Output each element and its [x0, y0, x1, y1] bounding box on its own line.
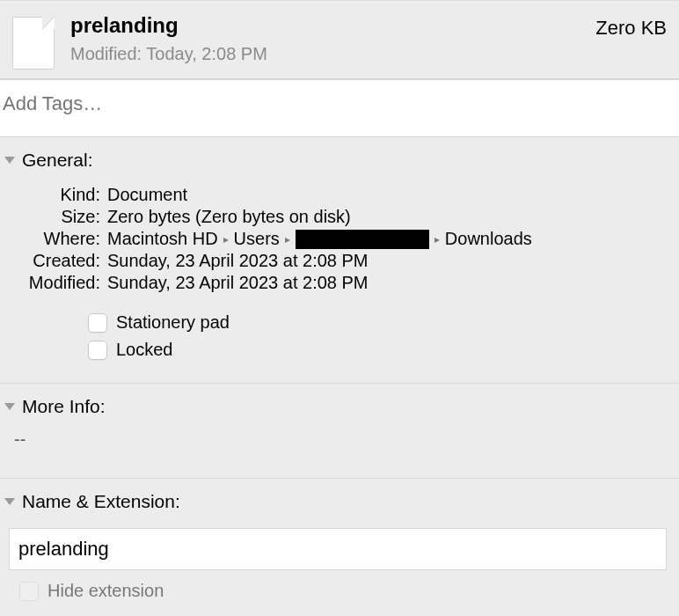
section-general-header[interactable]: General: [4, 146, 675, 174]
more-info-content: -- [4, 421, 675, 467]
modified-value: Sunday, 23 April 2023 at 2:08 PM [107, 273, 369, 293]
section-more-info-header[interactable]: More Info: [4, 392, 675, 421]
document-icon [12, 17, 55, 70]
path-separator-icon: ▸ [280, 233, 296, 246]
file-title: prelanding [70, 13, 667, 39]
path-seg-redacted [296, 230, 429, 249]
file-modified-line: Modified: Today, 2:08 PM [70, 44, 667, 64]
section-general: General: Kind: Document Size: Zero bytes… [0, 137, 679, 384]
kind-value: Document [107, 185, 187, 205]
chevron-down-icon [4, 403, 15, 410]
locked-label: Locked [116, 340, 173, 360]
tags-input[interactable] [0, 79, 679, 137]
row-size: Size: Zero bytes (Zero bytes on disk) [4, 207, 675, 227]
section-more-info: More Info: -- [0, 384, 679, 479]
section-name-extension: Name & Extension: Hide extension [0, 479, 679, 616]
row-kind: Kind: Document [4, 185, 675, 205]
path-seg-0: Macintosh HD [107, 229, 218, 249]
general-body: Kind: Document Size: Zero bytes (Zero by… [4, 174, 675, 372]
hide-extension-label: Hide extension [47, 581, 164, 601]
kind-label: Kind: [4, 185, 107, 205]
created-value: Sunday, 23 April 2023 at 2:08 PM [107, 251, 369, 271]
where-value: Macintosh HD ▸ Users ▸ ▸ Downloads [107, 229, 532, 249]
row-hide-extension: Hide extension [19, 581, 660, 601]
section-general-title: General: [22, 150, 93, 171]
path-separator-icon: ▸ [218, 233, 234, 246]
path-seg-3: Downloads [445, 229, 532, 249]
path-seg-1: Users [234, 229, 280, 249]
size-label: Size: [4, 207, 107, 227]
created-label: Created: [4, 251, 107, 271]
file-header: prelanding Modified: Today, 2:08 PM Zero… [0, 0, 679, 79]
modified-prefix: Modified: [70, 44, 142, 63]
header-text: prelanding Modified: Today, 2:08 PM [70, 13, 667, 64]
stationery-label: Stationery pad [116, 312, 230, 333]
row-locked: Locked [88, 340, 675, 360]
row-stationery: Stationery pad [88, 312, 675, 333]
hide-extension-checkbox[interactable] [19, 582, 39, 601]
modified-value: Today, 2:08 PM [146, 44, 266, 63]
where-label: Where: [4, 229, 107, 249]
locked-checkbox[interactable] [88, 341, 107, 360]
row-where: Where: Macintosh HD ▸ Users ▸ ▸ Download… [4, 229, 675, 249]
chevron-down-icon [4, 157, 15, 164]
section-name-extension-title: Name & Extension: [22, 491, 180, 512]
modified-label: Modified: [4, 273, 107, 293]
row-modified: Modified: Sunday, 23 April 2023 at 2:08 … [4, 273, 675, 293]
size-value: Zero bytes (Zero bytes on disk) [107, 207, 351, 227]
stationery-checkbox[interactable] [88, 313, 107, 333]
section-name-extension-header[interactable]: Name & Extension: [4, 488, 675, 516]
path-separator-icon: ▸ [429, 233, 445, 246]
name-extension-body: Hide extension [4, 516, 675, 608]
file-size: Zero KB [595, 17, 667, 40]
section-more-info-title: More Info: [22, 396, 106, 417]
filename-input[interactable] [9, 528, 667, 570]
chevron-down-icon [4, 498, 15, 505]
row-created: Created: Sunday, 23 April 2023 at 2:08 P… [4, 251, 675, 271]
